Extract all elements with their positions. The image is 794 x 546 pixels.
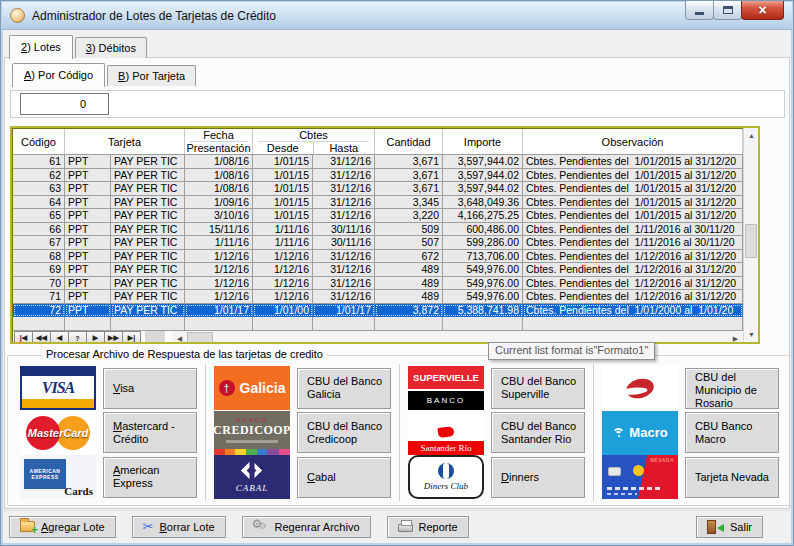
- tab-por-codigo[interactable]: A) Por Código: [12, 63, 105, 87]
- grid-cell-fecha[interactable]: 1/09/16: [185, 196, 253, 210]
- grid-cell-obs[interactable]: Cbtes. Pendientes del 1/01/2015 al 31/12…: [523, 169, 743, 183]
- grid-cell-tar_nom[interactable]: PAY PER TIC: [111, 277, 185, 291]
- grid-cell-desde[interactable]: 1/12/16: [253, 263, 313, 277]
- grid-cell-importe[interactable]: 599,286.00: [443, 236, 523, 250]
- grid-cell-tar_nom[interactable]: PAY PER TIC: [111, 250, 185, 264]
- grid-cell-tar_nom[interactable]: PAY PER TIC: [111, 236, 185, 250]
- grid-cell-tar_nom[interactable]: PAY PER TIC: [111, 155, 185, 169]
- grid-cell-importe[interactable]: 3,597,944.02: [443, 169, 523, 183]
- grid-cell-cantidad[interactable]: 3,345: [375, 196, 443, 210]
- grid-cell-importe[interactable]: 3,597,944.02: [443, 155, 523, 169]
- nav-help-button[interactable]: ?: [68, 331, 87, 345]
- grid-cell-codigo[interactable]: 65: [13, 209, 65, 223]
- grid-cell-hasta[interactable]: 31/12/16: [313, 196, 375, 210]
- grid-cell-cantidad[interactable]: 507: [375, 236, 443, 250]
- grid-cell-cantidad[interactable]: 509: [375, 223, 443, 237]
- grid-cell-codigo[interactable]: 66: [13, 223, 65, 237]
- grid-cell-tar_cod[interactable]: PPT: [65, 196, 111, 210]
- grid-cell-importe[interactable]: 3,597,944.02: [443, 182, 523, 196]
- grid-cell-codigo[interactable]: 72: [13, 304, 65, 318]
- grid-cell-tar_nom[interactable]: PAY PER TIC: [111, 263, 185, 277]
- nav-prev-page-button[interactable]: ◀◀: [32, 331, 51, 345]
- grid-cell-obs[interactable]: Cbtes. Pendientes del 1/01/2015 al 31/12…: [523, 196, 743, 210]
- nav-next-button[interactable]: ▶: [86, 331, 105, 345]
- tarjeta-nevada-button[interactable]: Tarjeta Nevada: [685, 457, 779, 498]
- grid-cell-hasta[interactable]: 31/12/16: [313, 277, 375, 291]
- grid-cell-hasta[interactable]: 31/12/16: [313, 209, 375, 223]
- grid-cell-tar_nom[interactable]: PAY PER TIC: [111, 290, 185, 304]
- grid-cell-codigo[interactable]: 67: [13, 236, 65, 250]
- grid-cell-desde[interactable]: 1/12/16: [253, 290, 313, 304]
- grid-cell-desde[interactable]: 1/01/15: [253, 169, 313, 183]
- grid-cell-tar_nom[interactable]: PAY PER TIC: [111, 304, 185, 318]
- grid-cell-desde[interactable]: 1/11/16: [253, 236, 313, 250]
- scroll-left-icon[interactable]: ◀: [172, 331, 187, 345]
- grid-cell-fecha[interactable]: 1/08/16: [185, 182, 253, 196]
- grid-cell-tar_cod[interactable]: PPT: [65, 277, 111, 291]
- grid-cell-desde[interactable]: 1/12/16: [253, 250, 313, 264]
- maximize-button[interactable]: [713, 1, 742, 20]
- cbu-banco-superville-button[interactable]: CBU del Banco Superville: [491, 368, 585, 409]
- grid-cell-cantidad[interactable]: 3,872: [375, 304, 443, 318]
- grid-cell-obs[interactable]: Cbtes. Pendientes del 1/12/2016 al 31/12…: [523, 263, 743, 277]
- grid-cell-hasta[interactable]: 31/12/16: [313, 169, 375, 183]
- grid-row[interactable]: 70PPTPAY PER TIC1/12/161/12/1631/12/1648…: [13, 277, 743, 291]
- grid-row[interactable]: 69PPTPAY PER TIC1/12/161/12/1631/12/1648…: [13, 263, 743, 277]
- tab-debitos[interactable]: 3) Débitos: [75, 37, 147, 58]
- scroll-down-icon[interactable]: ▼: [744, 327, 759, 342]
- grid-cell-hasta[interactable]: 31/12/16: [313, 250, 375, 264]
- cbu-banco-credicoop-button[interactable]: CBU del Banco Credicoop: [297, 412, 391, 453]
- grid-cell-importe[interactable]: 549,976.00: [443, 263, 523, 277]
- grid-row[interactable]: 71PPTPAY PER TIC1/12/161/12/1631/12/1648…: [13, 290, 743, 304]
- title-bar[interactable]: Administrador de Lotes de Tarjetas de Cr…: [2, 2, 792, 30]
- grid-cell-hasta[interactable]: 31/12/16: [313, 182, 375, 196]
- grid-cell-fecha[interactable]: 1/12/16: [185, 290, 253, 304]
- close-button[interactable]: ×: [741, 1, 784, 20]
- grid-cell-tar_nom[interactable]: PAY PER TIC: [111, 182, 185, 196]
- grid-cell-codigo[interactable]: 71: [13, 290, 65, 304]
- grid-cell-cantidad[interactable]: 3,220: [375, 209, 443, 223]
- grid-cell-importe[interactable]: 5,388,741.98: [443, 304, 523, 318]
- borrar-lote-button[interactable]: ✂ Borrar Lote: [132, 516, 226, 538]
- grid-cell-obs[interactable]: Cbtes. Pendientes del 1/01/2015 al 31/12…: [523, 155, 743, 169]
- grid-cell-cantidad[interactable]: 489: [375, 277, 443, 291]
- grid-cell-fecha[interactable]: 1/11/16: [185, 236, 253, 250]
- grid-cell-tar_cod[interactable]: PPT: [65, 155, 111, 169]
- grid-cell-fecha[interactable]: 1/12/16: [185, 263, 253, 277]
- grid-cell-hasta[interactable]: 30/11/16: [313, 236, 375, 250]
- mastercard-credito-button[interactable]: Mastercard - Crédito: [103, 412, 197, 453]
- grid-cell-desde[interactable]: 1/01/15: [253, 209, 313, 223]
- grid-cell-fecha[interactable]: 1/01/17: [185, 304, 253, 318]
- grid-cell-obs[interactable]: Cbtes. Pendientes del 1/11/2016 al 30/11…: [523, 236, 743, 250]
- grid-cell-tar_nom[interactable]: PAY PER TIC: [111, 169, 185, 183]
- grid-row[interactable]: 72PPTPAY PER TIC1/01/171/01/001/01/173,8…: [13, 304, 743, 318]
- grid-cell-codigo[interactable]: 70: [13, 277, 65, 291]
- grid-cell-fecha[interactable]: 1/12/16: [185, 250, 253, 264]
- grid-cell-codigo[interactable]: 62: [13, 169, 65, 183]
- grid-cell-obs[interactable]: Cbtes. Pendientes del 1/01/2000 al 1/01/…: [523, 304, 743, 318]
- grid-cell-hasta[interactable]: 1/01/17: [313, 304, 375, 318]
- grid-cell-desde[interactable]: 1/01/00: [253, 304, 313, 318]
- grid-cell-cantidad[interactable]: 672: [375, 250, 443, 264]
- american-express-button[interactable]: American Express: [103, 457, 197, 498]
- cbu-municipio-rosario-button[interactable]: CBU del Municipio de Rosario: [685, 368, 779, 409]
- tab-por-tarjeta[interactable]: B) Por Tarjeta: [107, 65, 196, 86]
- grid-cell-tar_cod[interactable]: PPT: [65, 263, 111, 277]
- scroll-up-icon[interactable]: ▲: [744, 128, 759, 143]
- grid-cell-cantidad[interactable]: 489: [375, 263, 443, 277]
- grid-cell-fecha[interactable]: 3/10/16: [185, 209, 253, 223]
- grid-cell-fecha[interactable]: 15/11/16: [185, 223, 253, 237]
- regenerar-archivo-button[interactable]: ⚙⚙ Regenrar Archivo: [242, 516, 371, 538]
- grid-cell-hasta[interactable]: 31/12/16: [313, 290, 375, 304]
- grid-row[interactable]: 61PPTPAY PER TIC1/08/161/01/1531/12/163,…: [13, 155, 743, 169]
- grid-cell-obs[interactable]: Cbtes. Pendientes del 1/01/2015 al 31/12…: [523, 182, 743, 196]
- grid-cell-codigo[interactable]: 64: [13, 196, 65, 210]
- grid-cell-desde[interactable]: 1/01/15: [253, 182, 313, 196]
- grid-cell-desde[interactable]: 1/11/16: [253, 223, 313, 237]
- grid-cell-hasta[interactable]: 31/12/16: [313, 263, 375, 277]
- grid-cell-tar_cod[interactable]: PPT: [65, 209, 111, 223]
- grid-cell-importe[interactable]: 549,976.00: [443, 290, 523, 304]
- reporte-button[interactable]: Reporte: [387, 516, 469, 538]
- grid-row[interactable]: 64PPTPAY PER TIC1/09/161/01/1531/12/163,…: [13, 196, 743, 210]
- grid-cell-desde[interactable]: 1/12/16: [253, 277, 313, 291]
